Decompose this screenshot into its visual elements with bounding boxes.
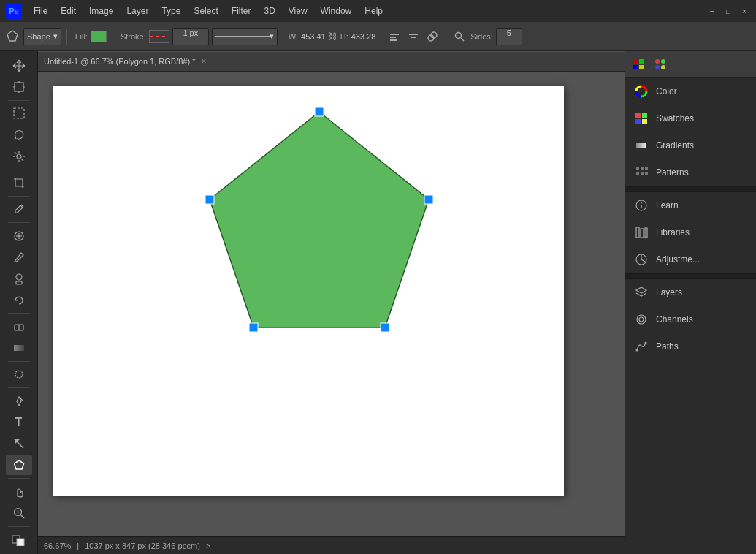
zoom-tool-btn[interactable]: [6, 503, 32, 523]
svg-rect-5: [409, 34, 418, 35]
menu-edit[interactable]: Edit: [55, 4, 82, 18]
patterns-panel-item[interactable]: Patterns: [625, 159, 756, 186]
left-toolbar-sep-7: [8, 387, 30, 388]
svg-rect-43: [633, 65, 638, 69]
text-tool-btn[interactable]: T: [6, 412, 32, 432]
clone-stamp-btn[interactable]: [6, 269, 32, 289]
learn-icon: [634, 198, 649, 213]
path-selection-btn[interactable]: [6, 434, 32, 454]
polygon-shape: [210, 112, 429, 327]
gradients-label: Gradients: [656, 140, 694, 151]
eyedropper-tool-btn[interactable]: [6, 200, 32, 219]
magic-wand-tool-btn[interactable]: [6, 146, 32, 166]
panel-divider-1: [625, 186, 756, 192]
menu-window[interactable]: Window: [315, 4, 358, 18]
panel-icon-2[interactable]: [650, 54, 671, 75]
menu-layer[interactable]: Layer: [121, 4, 154, 18]
menu-image[interactable]: Image: [83, 4, 119, 18]
maximize-button[interactable]: □: [722, 5, 734, 17]
left-toolbar-sep-6: [8, 361, 30, 362]
gradients-panel-item[interactable]: Gradients: [625, 132, 756, 159]
width-value: 453.41: [301, 32, 326, 41]
left-toolbar-sep-9: [8, 526, 30, 527]
handle-bottom-left: [249, 323, 258, 332]
svg-marker-34: [14, 460, 23, 469]
search-icon-btn[interactable]: [451, 29, 467, 45]
menu-file[interactable]: File: [28, 4, 53, 18]
libraries-panel-item[interactable]: Libraries: [625, 219, 756, 246]
close-button[interactable]: ×: [738, 5, 750, 17]
stroke-size-input[interactable]: 1 px: [172, 28, 209, 45]
swatches-label: Swatches: [656, 113, 694, 124]
layers-panel-item[interactable]: Layers: [625, 279, 756, 306]
status-arrow[interactable]: >: [206, 542, 210, 550]
zoom-level: 66.67%: [44, 542, 71, 550]
color-icon: [634, 84, 649, 99]
healing-brush-btn[interactable]: [6, 226, 32, 246]
canvas-document[interactable]: [53, 86, 564, 496]
channels-panel-item[interactable]: Channels: [625, 306, 756, 333]
foreground-bg-btn[interactable]: [6, 530, 32, 550]
svg-rect-52: [635, 119, 641, 124]
history-brush-btn[interactable]: [6, 290, 32, 310]
lasso-tool-btn[interactable]: [6, 125, 32, 145]
status-bar: 66.67% | 1037 px x 847 px (28.346 ppcm) …: [38, 536, 625, 554]
color-panel-item[interactable]: Color: [625, 78, 756, 105]
svg-point-69: [637, 315, 646, 324]
hand-tool-btn[interactable]: [6, 482, 32, 501]
menu-view[interactable]: View: [283, 4, 313, 18]
svg-point-63: [641, 202, 642, 204]
stroke-style-dropdown[interactable]: ▾: [212, 28, 278, 45]
artboard-tool-btn[interactable]: [6, 77, 32, 96]
move-tool-btn[interactable]: [6, 56, 32, 75]
eraser-tool-btn[interactable]: [6, 316, 32, 336]
align-left-button[interactable]: [386, 29, 402, 45]
svg-point-33: [15, 371, 23, 378]
svg-point-45: [655, 59, 660, 64]
pen-tool-btn[interactable]: [6, 391, 32, 411]
adjustments-panel-item[interactable]: Adjustme...: [625, 246, 756, 273]
svg-rect-65: [641, 229, 644, 238]
swatches-panel-item[interactable]: Swatches: [625, 105, 756, 132]
gradient-tool-btn[interactable]: [6, 338, 32, 357]
gradients-icon: [634, 138, 649, 153]
canvas-wrapper[interactable]: [38, 72, 625, 536]
channels-label: Channels: [656, 314, 693, 325]
menu-3d[interactable]: 3D: [258, 4, 280, 18]
height-label: H:: [340, 32, 348, 41]
layers-label: Layers: [656, 287, 682, 297]
path-ops-button[interactable]: [424, 29, 440, 45]
shape-tool-active-btn[interactable]: [6, 455, 32, 475]
panel-icon-1[interactable]: [628, 54, 649, 75]
link-wh-icon[interactable]: ⛓: [329, 31, 337, 42]
shape-mode-dropdown[interactable]: Shape ▾: [23, 28, 61, 45]
adjustments-label: Adjustme...: [656, 254, 700, 265]
brush-tool-btn[interactable]: [6, 247, 32, 267]
svg-rect-6: [411, 37, 416, 38]
crop-tool-btn[interactable]: [6, 172, 32, 192]
align-center-button[interactable]: [405, 29, 421, 45]
polygon-canvas: [53, 86, 564, 496]
document-tab[interactable]: Untitled-1 @ 66.7% (Polygon 1, RGB/8#) *…: [38, 51, 625, 72]
paths-panel-item[interactable]: Paths: [625, 333, 756, 360]
svg-point-9: [456, 32, 462, 38]
stroke-preview[interactable]: [149, 30, 169, 43]
menu-filter[interactable]: Filter: [226, 4, 257, 18]
fill-color-swatch[interactable]: [91, 31, 107, 42]
sides-input[interactable]: 5: [496, 28, 522, 45]
minimize-button[interactable]: −: [706, 5, 718, 17]
menu-select[interactable]: Select: [188, 4, 224, 18]
height-value: 433.28: [351, 32, 376, 41]
svg-rect-32: [14, 345, 24, 351]
blur-tool-btn[interactable]: [6, 365, 32, 384]
learn-panel-item[interactable]: Learn: [625, 192, 756, 219]
document-tab-close[interactable]: ×: [201, 56, 206, 67]
left-toolbar: T: [0, 51, 38, 554]
title-bar-right: − □ ×: [706, 5, 750, 17]
shape-mode-label: Shape: [27, 32, 50, 41]
marquee-tool-btn[interactable]: [6, 104, 32, 124]
toolbar-separator-2: [112, 29, 112, 45]
menu-type[interactable]: Type: [156, 4, 186, 18]
handle-right: [424, 195, 433, 204]
menu-help[interactable]: Help: [359, 4, 389, 18]
